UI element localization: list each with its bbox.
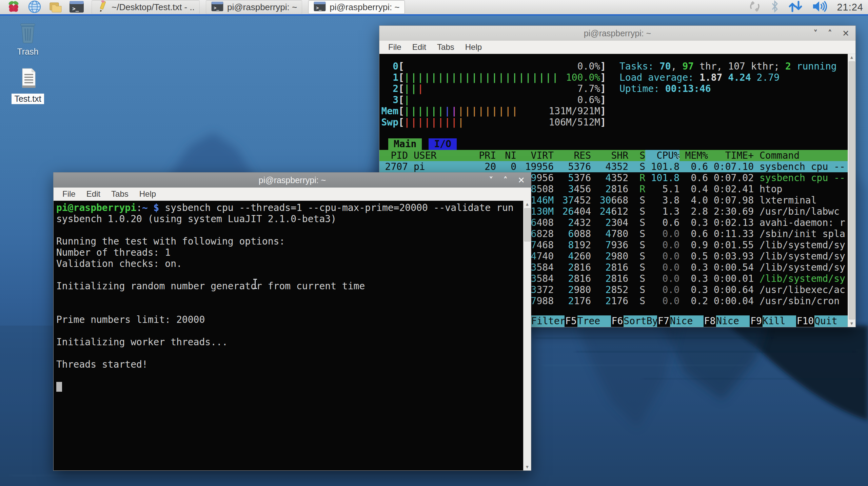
fnkey-label-F9[interactable]: Kill <box>763 315 796 327</box>
scroll-down-icon[interactable]: ▼ <box>524 464 531 470</box>
taskbar-window-text-editor[interactable]: ~/Desktop/Test.txt - .. <box>92 0 200 14</box>
terminal-line <box>56 348 522 359</box>
volume-icon[interactable] <box>812 0 828 15</box>
scroll-down-icon[interactable]: ▼ <box>848 320 855 327</box>
menu-help[interactable]: Help <box>460 42 487 53</box>
column-header-user[interactable]: USER <box>408 150 471 161</box>
minimize-button[interactable]: ˅ <box>489 176 493 184</box>
close-button[interactable]: ✕ <box>842 29 849 38</box>
process-row[interactable]: 2707pi2001995653764352S101.80.60:07.10sy… <box>379 161 848 172</box>
menu-file[interactable]: File <box>58 189 80 199</box>
column-header-shr[interactable]: SHR <box>591 150 628 161</box>
clock[interactable]: 21:24 <box>837 2 863 13</box>
terminal-line: Running the test with following options: <box>56 236 522 247</box>
scrollbar-thumb[interactable] <box>524 208 531 241</box>
fnkey-F9[interactable]: F9 <box>750 315 763 327</box>
taskbar-window-title: ~/Desktop/Test.txt - .. <box>112 2 195 13</box>
text-editor-icon <box>97 0 108 14</box>
text-file-icon <box>18 85 37 91</box>
fnkey-F5[interactable]: F5 <box>565 315 577 327</box>
fnkey-F10[interactable]: F10 <box>796 315 815 327</box>
terminal-line: sysbench 1.0.20 (using system LuaJIT 2.1… <box>56 213 522 225</box>
meter-mem: Mem[|||||||||||||||||131M/921M] <box>379 105 606 117</box>
htop-menubar: File Edit Tabs Help <box>379 41 855 54</box>
menu-tabs[interactable]: Tabs <box>432 42 459 53</box>
sync-icon[interactable] <box>748 0 762 15</box>
column-header-pri[interactable]: PRI <box>471 150 496 161</box>
tab-main[interactable]: Main <box>388 138 422 150</box>
terminal-line <box>56 381 522 392</box>
menu-edit[interactable]: Edit <box>82 189 105 199</box>
meter-3: 3[|0.6%] <box>379 94 606 105</box>
column-header-cpu[interactable]: CPU%▽ <box>645 150 679 161</box>
scrollbar-thumb[interactable] <box>849 61 855 319</box>
fnkey-label-F4[interactable]: Filter <box>531 315 565 327</box>
terminal-output: pi@raspberrypi:~ $ sysbench cpu --thread… <box>56 202 522 392</box>
terminal-line: Initializing worker threads... <box>56 336 522 348</box>
column-header-command[interactable]: Command <box>754 150 848 161</box>
fnkey-F6[interactable]: F6 <box>611 315 624 327</box>
bluetooth-icon[interactable] <box>770 0 779 15</box>
menu-button[interactable] <box>5 0 22 14</box>
sysbench-terminal-window: pi@raspberrypi: ~ ˅ ˄ ✕ File Edit Tabs H… <box>53 172 531 471</box>
terminal-screen[interactable]: pi@raspberrypi:~ $ sysbench cpu --thread… <box>54 201 531 470</box>
terminal-window-titlebar[interactable]: pi@raspberrypi: ~ ˅ ˄ ✕ <box>54 173 531 188</box>
taskbar-window-terminal-1[interactable]: >_ pi@raspberrypi: ~ <box>206 0 302 14</box>
fnkey-label-F10[interactable]: Quit <box>814 315 848 327</box>
desktop-icon-label: Trash <box>7 47 48 57</box>
svg-text:>_: >_ <box>214 5 219 11</box>
browser-launcher[interactable] <box>26 0 43 14</box>
htop-meters-area: 0[0.0%]1[|||||||||||||||||||||||100.0%]2… <box>379 54 848 128</box>
process-table-header[interactable]: PIDUSERPRINIVIRTRESSHRSCPU%▽MEM%TIME+Com… <box>379 150 848 161</box>
terminal-line <box>56 370 522 381</box>
file-manager-launcher[interactable] <box>47 0 64 14</box>
meter-1: 1[|||||||||||||||||||||||100.0%] <box>379 72 606 83</box>
desktop-icon-test-txt[interactable]: Test.txt <box>7 67 48 104</box>
desktop-icon-trash[interactable]: Trash <box>7 21 48 57</box>
maximize-button[interactable]: ˄ <box>828 29 832 38</box>
taskbar-window-terminal-2[interactable]: >_ pi@raspberrypi: ~ <box>308 0 405 14</box>
terminal-line <box>56 269 522 280</box>
column-header-s[interactable]: S <box>628 150 645 161</box>
fnkey-label-F5[interactable]: Tree <box>577 315 611 327</box>
htop-scrollbar[interactable]: ▲ ▼ <box>848 54 855 327</box>
meter-2: 2[|||7.7%] <box>379 83 606 94</box>
column-header-time[interactable]: TIME+ <box>708 150 754 161</box>
htop-summary-line: Tasks: 70, 97 thr, 107 kthr; 2 running <box>619 61 837 72</box>
meter-swp: Swp[|||||||||106M/512M] <box>379 117 606 128</box>
fnkey-label-F7[interactable]: Nice - <box>670 315 704 327</box>
column-header-virt[interactable]: VIRT <box>516 150 554 161</box>
terminal-scrollbar[interactable]: ▲ ▼ <box>523 201 531 470</box>
htop-tabs: Main I/O <box>379 138 848 150</box>
menu-help[interactable]: Help <box>135 189 161 199</box>
terminal-line: Prime numbers limit: 20000 <box>56 314 522 325</box>
column-header-pid[interactable]: PID <box>379 150 408 161</box>
scroll-up-icon[interactable]: ▲ <box>524 201 531 208</box>
column-header-mem[interactable]: MEM% <box>679 150 708 161</box>
scroll-up-icon[interactable]: ▲ <box>848 54 855 61</box>
network-arrows-icon[interactable] <box>788 0 803 15</box>
fnkey-label-F6[interactable]: SortBy <box>624 315 657 327</box>
column-header-ni[interactable]: NI <box>496 150 516 161</box>
sort-indicator-icon: ▽ <box>677 151 679 161</box>
fnkey-F8[interactable]: F8 <box>704 315 716 327</box>
fnkey-label-F8[interactable]: Nice + <box>716 315 750 327</box>
terminal-line: Initializing random number generator fro… <box>56 280 522 292</box>
minimize-button[interactable]: ˅ <box>813 29 818 38</box>
close-button[interactable]: ✕ <box>518 176 525 184</box>
fnkey-F7[interactable]: F7 <box>657 315 670 327</box>
folder-icon <box>48 0 63 15</box>
column-header-res[interactable]: RES <box>554 150 591 161</box>
menu-tabs[interactable]: Tabs <box>106 189 133 199</box>
maximize-button[interactable]: ˄ <box>504 176 508 184</box>
menu-edit[interactable]: Edit <box>408 42 431 53</box>
terminal-icon: >_ <box>211 1 224 14</box>
terminal-menubar: File Edit Tabs Help <box>54 188 531 201</box>
tab-io[interactable]: I/O <box>429 138 457 150</box>
terminal-cursor <box>56 382 62 392</box>
menu-file[interactable]: File <box>383 42 406 53</box>
window-title: pi@raspberrypi: ~ <box>54 175 531 185</box>
raspberry-icon <box>7 0 20 15</box>
htop-window-titlebar[interactable]: pi@raspberrypi: ~ ˅ ˄ ✕ <box>379 26 855 41</box>
terminal-launcher[interactable]: >_ <box>68 0 85 14</box>
